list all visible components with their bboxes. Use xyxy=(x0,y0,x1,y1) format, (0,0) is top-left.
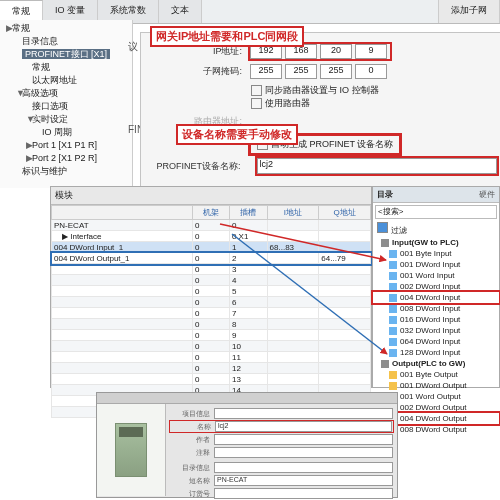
catalog-item[interactable]: 004 DWord Input xyxy=(373,292,499,303)
mask-octet-3[interactable]: 255 xyxy=(320,64,352,79)
module-row-empty[interactable]: 010 xyxy=(52,341,371,352)
catalog-item[interactable]: 001 Word Input xyxy=(373,270,499,281)
sync-label: 同步路由器设置与 IO 控制器 xyxy=(265,84,379,97)
module-col[interactable]: 插槽 xyxy=(229,206,267,220)
tree-item[interactable]: 以太网地址 xyxy=(2,74,130,87)
ip-label: IP地址: xyxy=(147,45,242,58)
prop-row: 项目信息 xyxy=(170,408,393,419)
hw-catalog: 目录 硬件 <搜索> 过滤 Input(GW to PLC)001 Byte I… xyxy=(372,186,500,388)
mask-row: 子网掩码: 255 255 255 0 xyxy=(147,64,497,79)
ip-octet-4[interactable]: 9 xyxy=(355,44,387,59)
catalog-item[interactable]: 001 DWord Input xyxy=(373,259,499,270)
prop-row: 订货号 xyxy=(170,488,393,499)
catalog-item[interactable]: 001 Byte Output xyxy=(373,369,499,380)
ip-row: IP地址: 192 168 20 9 xyxy=(147,44,497,59)
sync-checkbox-row[interactable]: 同步路由器设置与 IO 控制器 xyxy=(147,84,497,97)
devname-input[interactable]: lcj2 xyxy=(257,158,497,174)
nav-tree[interactable]: ▶常规目录信息PROFINET接口 [X1]常规以太网地址▼高级选项接口选项▼实… xyxy=(0,20,133,188)
prop-row: 目录信息 xyxy=(170,462,393,473)
tree-item[interactable]: ▼高级选项 xyxy=(2,87,130,100)
sync-checkbox[interactable] xyxy=(251,85,262,96)
module-table[interactable]: 机架插槽I地址Q地址PN-ECAT00▶ Interface00 X1004 D… xyxy=(51,205,371,418)
module-col[interactable]: Q地址 xyxy=(319,206,371,220)
callout-name: 设备名称需要手动修改 xyxy=(178,126,296,143)
mask-octet-4[interactable]: 0 xyxy=(355,64,387,79)
module-row-empty[interactable]: 04 xyxy=(52,275,371,286)
catalog-group[interactable]: Input(GW to PLC) xyxy=(373,237,499,248)
callout-ip: 网关IP地址需要和PLC同网段 xyxy=(152,28,302,45)
module-row-empty[interactable]: 05 xyxy=(52,286,371,297)
device-properties: 项目信息名称lcj2作者注释目录信息短名称PN-ECAT订货号固件版本V1.0 xyxy=(166,404,397,496)
catalog-item[interactable]: 064 DWord Input xyxy=(373,336,499,347)
catalog-item[interactable]: 128 DWord Input xyxy=(373,347,499,358)
lower-screenshot: 项目信息名称lcj2作者注释目录信息短名称PN-ECAT订货号固件版本V1.0 xyxy=(96,392,398,498)
filter-checkbox[interactable] xyxy=(377,222,388,233)
mask-label: 子网掩码: xyxy=(147,65,242,78)
mask-octet-1[interactable]: 255 xyxy=(250,64,282,79)
module-row-empty[interactable]: 03 xyxy=(52,264,371,275)
catalog-item[interactable]: 001 DWord Output xyxy=(373,380,499,391)
module-row-empty[interactable]: 07 xyxy=(52,308,371,319)
catalog-item[interactable]: 016 DWord Input xyxy=(373,314,499,325)
module-col[interactable] xyxy=(52,206,193,220)
tab-text[interactable]: 文本 xyxy=(159,0,202,23)
router-label: 使用路由器 xyxy=(265,97,310,110)
module-row-empty[interactable]: 012 xyxy=(52,363,371,374)
module-row-empty[interactable]: 013 xyxy=(52,374,371,385)
tree-item[interactable]: 目录信息 xyxy=(2,35,130,48)
module-row[interactable]: 004 DWord Output_10264...79 xyxy=(52,253,371,264)
tree-item[interactable]: 常规 xyxy=(2,61,130,74)
module-table-panel: 模块 机架插槽I地址Q地址PN-ECAT00▶ Interface00 X100… xyxy=(50,186,372,388)
ethernet-form: IP地址: 192 168 20 9 子网掩码: 255 255 255 0 同… xyxy=(140,32,500,198)
add-subnet-button[interactable]: 添加子网 xyxy=(438,0,500,23)
tree-item[interactable]: IO 周期 xyxy=(2,126,130,139)
module-row-empty[interactable]: 06 xyxy=(52,297,371,308)
module-col[interactable]: I地址 xyxy=(267,206,319,220)
devname-label: PROFINET设备名称: xyxy=(147,160,241,173)
device-icon xyxy=(115,423,147,477)
module-row-empty[interactable]: 08 xyxy=(52,319,371,330)
catalog-item[interactable]: 032 DWord Input xyxy=(373,325,499,336)
tree-item[interactable]: 标识与维护 xyxy=(2,165,130,178)
module-row[interactable]: PN-ECAT00 xyxy=(52,220,371,231)
module-row[interactable]: ▶ Interface00 X1 xyxy=(52,231,371,242)
ip-octet-1[interactable]: 192 xyxy=(250,44,282,59)
device-view xyxy=(97,404,166,496)
module-row-empty[interactable]: 011 xyxy=(52,352,371,363)
module-row-empty[interactable]: 09 xyxy=(52,330,371,341)
module-row[interactable]: 004 DWord Input_10168...83 xyxy=(52,242,371,253)
catalog-item[interactable]: 008 DWord Input xyxy=(373,303,499,314)
filter-label: 过滤 xyxy=(391,226,407,235)
catalog-tab[interactable]: 硬件 xyxy=(479,189,495,200)
ip-octet-2[interactable]: 168 xyxy=(285,44,317,59)
tree-item[interactable]: ▶Port 1 [X1 P1 R] xyxy=(2,139,130,152)
catalog-item[interactable]: 001 Byte Input xyxy=(373,248,499,259)
catalog-title: 目录 硬件 xyxy=(373,187,499,203)
router-checkbox-row[interactable]: 使用路由器 xyxy=(147,97,497,110)
ip-octet-3[interactable]: 20 xyxy=(320,44,352,59)
catalog-group[interactable]: Output(PLC to GW) xyxy=(373,358,499,369)
tree-item[interactable]: 接口选项 xyxy=(2,100,130,113)
prop-row[interactable]: 短名称PN-ECAT xyxy=(170,475,393,486)
catalog-item[interactable]: 002 DWord Input xyxy=(373,281,499,292)
inset-titlebar xyxy=(97,393,397,404)
tree-item[interactable]: PROFINET接口 [X1] xyxy=(2,48,130,61)
module-col[interactable]: 机架 xyxy=(193,206,230,220)
prop-row: 作者 xyxy=(170,434,393,445)
section-protocol-label: 议 xyxy=(128,40,138,54)
router-checkbox[interactable] xyxy=(251,98,262,109)
prop-row: 注释 xyxy=(170,447,393,458)
tree-item[interactable]: ▶Port 2 [X1 P2 R] xyxy=(2,152,130,165)
tree-item[interactable]: ▼实时设定 xyxy=(2,113,130,126)
catalog-search[interactable]: <搜索> xyxy=(375,205,497,219)
tree-item[interactable]: ▶常规 xyxy=(2,22,130,35)
prop-row[interactable]: 名称lcj2 xyxy=(170,421,393,432)
module-table-title: 模块 xyxy=(51,187,371,205)
mask-octet-2[interactable]: 255 xyxy=(285,64,317,79)
